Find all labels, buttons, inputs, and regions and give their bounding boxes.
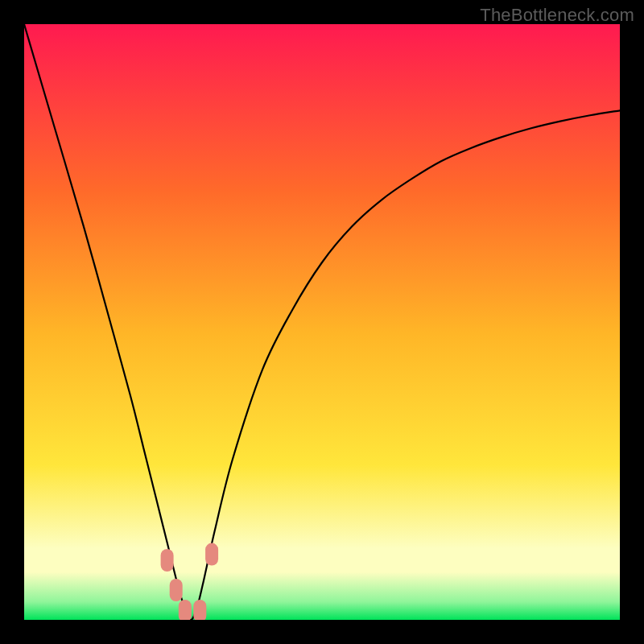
marker-left-mid	[170, 579, 183, 601]
marker-valley-right	[193, 600, 206, 620]
marker-left-upper	[161, 549, 174, 572]
marker-right-upper	[205, 543, 218, 566]
chart-frame: TheBottleneck.com	[0, 0, 644, 644]
gradient-background	[24, 24, 620, 620]
bottleneck-chart	[24, 24, 620, 620]
watermark-text: TheBottleneck.com	[480, 5, 634, 26]
marker-valley-left	[179, 600, 192, 620]
